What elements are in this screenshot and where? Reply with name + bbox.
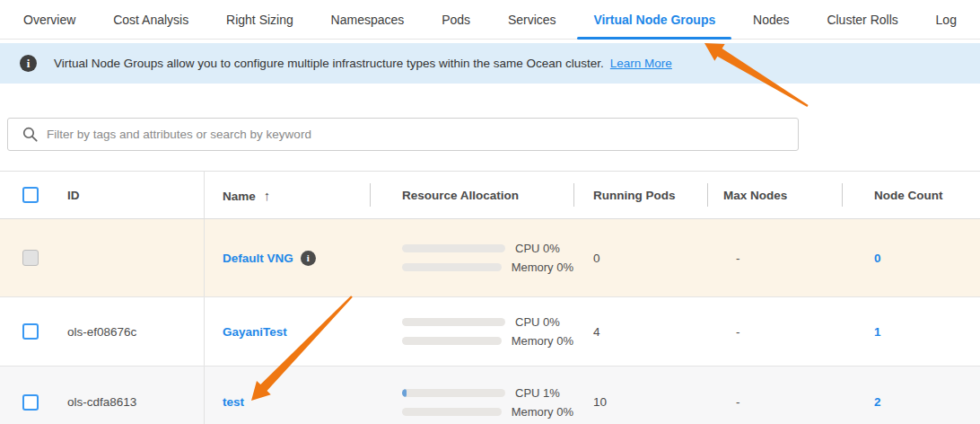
table-row-gayanitest: ols-ef08676c GayaniTest CPU 0% Memory 0%: [0, 297, 980, 367]
column-header-resource-allocation: Resource Allocation: [370, 172, 573, 218]
memory-bar: [402, 337, 502, 345]
filter-search-box: [7, 118, 799, 151]
cluster-tab-bar: Overview Cost Analysis Right Sizing Name…: [0, 0, 980, 40]
node-count-link[interactable]: 0: [874, 252, 881, 265]
table-row-test: ols-cdfa8613 test CPU 1% Memory 0%: [0, 367, 980, 424]
info-banner: i Virtual Node Groups allow you to confi…: [0, 43, 980, 84]
table-row-default-vng: Default VNGi CPU 0% Memory 0% 0: [0, 219, 980, 297]
row-id-value: ols-ef08676c: [67, 325, 136, 339]
row-name-cell: test: [205, 395, 370, 409]
cpu-usage: CPU 0%: [402, 315, 573, 329]
tab-services[interactable]: Services: [504, 0, 560, 40]
resource-allocation-cell: CPU 0% Memory 0%: [370, 242, 573, 274]
running-pods-cell: 4: [573, 325, 707, 339]
cpu-bar: [402, 244, 505, 252]
max-nodes-cell: -: [707, 395, 842, 409]
max-nodes-cell: -: [707, 252, 842, 265]
resource-allocation-cell: CPU 0% Memory 0%: [370, 315, 573, 348]
row-checkbox-cell: [0, 219, 54, 296]
column-header-name[interactable]: Name↑: [205, 188, 370, 203]
row-checkbox-cell: [0, 297, 54, 366]
running-pods-value: 0: [593, 252, 600, 265]
cpu-usage: CPU 0%: [402, 242, 573, 255]
memory-label: Memory 0%: [512, 334, 573, 348]
vng-table: ID Name↑ Resource Allocation Running Pod…: [0, 171, 980, 424]
cpu-label: CPU 0%: [515, 315, 560, 329]
row-id-cell: ols-cdfa8613: [54, 367, 205, 424]
search-input[interactable]: [47, 128, 798, 141]
memory-label: Memory 0%: [512, 261, 573, 274]
running-pods-cell: 10: [573, 395, 707, 409]
tab-right-sizing[interactable]: Right Sizing: [223, 0, 297, 40]
row-name-cell: Default VNGi: [205, 251, 370, 266]
row-checkbox[interactable]: [22, 394, 39, 411]
table-header-row: ID Name↑ Resource Allocation Running Pod…: [0, 172, 980, 219]
learn-more-link[interactable]: Learn More: [610, 57, 672, 70]
memory-usage: Memory 0%: [402, 405, 573, 419]
vng-name-label: GayaniTest: [223, 325, 287, 339]
node-count-link[interactable]: 2: [874, 395, 881, 409]
column-header-id-label: ID: [67, 189, 80, 202]
cpu-usage: CPU 1%: [402, 386, 573, 400]
cpu-label: CPU 0%: [515, 242, 560, 255]
memory-label: Memory 0%: [512, 405, 573, 419]
max-nodes-cell: -: [707, 325, 842, 339]
tab-cluster-rolls[interactable]: Cluster Rolls: [823, 0, 901, 40]
column-header-node-count: Node Count: [842, 172, 980, 218]
cpu-label: CPU 1%: [515, 386, 560, 400]
node-count-link[interactable]: 1: [874, 325, 881, 339]
memory-usage: Memory 0%: [402, 334, 573, 348]
tab-log[interactable]: Log: [932, 0, 960, 40]
tab-overview[interactable]: Overview: [20, 0, 79, 40]
vng-name-label: test: [223, 395, 244, 409]
node-count-cell: 2: [842, 395, 980, 409]
max-nodes-value: -: [723, 252, 740, 265]
memory-usage: Memory 0%: [402, 261, 573, 274]
tab-virtual-node-groups[interactable]: Virtual Node Groups: [590, 0, 719, 40]
cpu-bar: [402, 389, 505, 397]
row-id-value: ols-cdfa8613: [67, 395, 136, 409]
tab-nodes[interactable]: Nodes: [749, 0, 792, 40]
max-nodes-value: -: [723, 395, 740, 409]
tab-namespaces[interactable]: Namespaces: [328, 0, 408, 40]
tab-cost-analysis[interactable]: Cost Analysis: [109, 0, 192, 40]
row-checkbox-disabled: [22, 250, 39, 266]
column-header-id: ID: [54, 172, 205, 218]
resource-allocation-cell: CPU 1% Memory 0%: [370, 386, 573, 419]
column-header-node-count-label: Node Count: [874, 189, 943, 202]
column-header-max-nodes: Max Nodes: [707, 172, 842, 218]
cpu-bar: [402, 318, 505, 326]
running-pods-value: 4: [593, 325, 600, 339]
sort-ascending-icon[interactable]: ↑: [264, 188, 271, 203]
vng-name-link[interactable]: Default VNGi: [223, 251, 316, 266]
header-checkbox-cell: [0, 172, 54, 218]
running-pods-value: 10: [593, 395, 607, 409]
row-id-cell: [54, 219, 205, 296]
row-checkbox[interactable]: [22, 323, 39, 340]
running-pods-cell: 0: [573, 252, 707, 265]
tab-pods[interactable]: Pods: [438, 0, 474, 40]
vng-name-link[interactable]: test: [223, 395, 244, 409]
max-nodes-value: -: [723, 325, 740, 339]
vng-name-link[interactable]: GayaniTest: [223, 325, 287, 339]
search-icon: [22, 127, 38, 142]
select-all-checkbox[interactable]: [22, 187, 39, 203]
virtual-node-groups-page: Overview Cost Analysis Right Sizing Name…: [0, 0, 980, 424]
vng-name-label: Default VNG: [223, 252, 293, 265]
banner-text: Virtual Node Groups allow you to configu…: [54, 57, 604, 70]
column-header-name-label: Name: [223, 190, 256, 203]
row-checkbox-cell: [0, 367, 54, 424]
row-id-cell: ols-ef08676c: [54, 297, 205, 366]
memory-bar: [402, 263, 502, 271]
column-header-running-pods: Running Pods: [573, 172, 707, 218]
node-count-cell: 1: [842, 325, 980, 339]
info-icon[interactable]: i: [301, 251, 316, 266]
memory-bar: [402, 408, 502, 416]
info-icon: i: [20, 55, 37, 72]
column-header-resource-label: Resource Allocation: [402, 189, 519, 202]
node-count-cell: 0: [842, 252, 980, 265]
column-header-running-pods-label: Running Pods: [593, 189, 676, 202]
column-header-max-nodes-label: Max Nodes: [723, 189, 787, 202]
row-name-cell: GayaniTest: [205, 325, 370, 339]
